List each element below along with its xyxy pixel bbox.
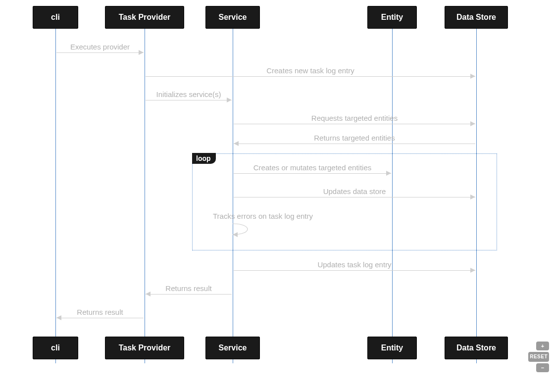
zoom-reset-button[interactable]: RESET — [528, 352, 549, 362]
message-m7-label: Updates data store — [233, 187, 476, 196]
participant-service-bottom: Service — [205, 337, 260, 359]
message-m5-label: Returns targeted entities — [233, 134, 476, 142]
lifeline-provider — [145, 29, 145, 363]
message-m11-label: Returns result — [55, 308, 145, 316]
message-m1-arrowhead — [139, 50, 144, 55]
message-m9-label: Updates task log entry — [233, 260, 476, 269]
message-m8-label: Tracks errors on task log entry — [213, 212, 313, 220]
message-m3-label: Initializes service(s) — [145, 90, 233, 98]
participant-entity-top: Entity — [367, 6, 417, 29]
participant-entity-bottom: Entity — [367, 337, 417, 359]
message-m1-label: Executes provider — [55, 43, 145, 51]
message-m4-line — [234, 124, 475, 124]
message-m3-line — [146, 100, 232, 100]
message-m4-label: Requests targeted entities — [233, 114, 476, 122]
message-m6-arrowhead — [386, 171, 391, 176]
participant-cli-top: cli — [33, 6, 78, 29]
participant-service-top: Service — [205, 6, 260, 29]
message-m2-line — [146, 76, 475, 77]
message-m11-arrowhead — [56, 315, 61, 320]
message-m1-line — [56, 52, 144, 53]
message-m10-line — [146, 294, 232, 294]
participant-provider-top: Task Provider — [105, 6, 184, 29]
zoom-in-button[interactable]: + — [536, 342, 549, 350]
message-m10-arrowhead — [146, 292, 151, 296]
loop-label: loop — [192, 153, 216, 164]
message-m10-label: Returns result — [145, 284, 233, 293]
message-m3-arrowhead — [227, 98, 232, 102]
message-m11-line — [56, 318, 144, 318]
sequence-diagram: clicliTask ProviderTask ProviderServiceS… — [0, 0, 552, 392]
message-m7-arrowhead — [470, 195, 475, 199]
message-m4-arrowhead — [470, 121, 475, 126]
message-m8-arrow — [233, 222, 262, 240]
participant-provider-bottom: Task Provider — [105, 337, 184, 359]
message-m5-line — [234, 144, 475, 144]
message-m9-arrowhead — [470, 268, 475, 273]
participant-cli-bottom: cli — [33, 337, 78, 359]
message-m2-label: Creates new task log entry — [145, 66, 476, 75]
participant-datastore-bottom: Data Store — [445, 337, 508, 359]
message-m6-line — [234, 173, 391, 174]
message-m2-arrowhead — [470, 74, 475, 79]
message-m7-line — [234, 197, 475, 197]
zoom-out-button[interactable]: − — [536, 363, 549, 372]
participant-datastore-top: Data Store — [445, 6, 508, 29]
message-m5-arrowhead — [234, 141, 239, 146]
message-m9-line — [234, 270, 475, 271]
zoom-controls: + RESET − — [528, 342, 549, 372]
message-m6-label: Creates or mutates targeted entities — [233, 163, 392, 172]
